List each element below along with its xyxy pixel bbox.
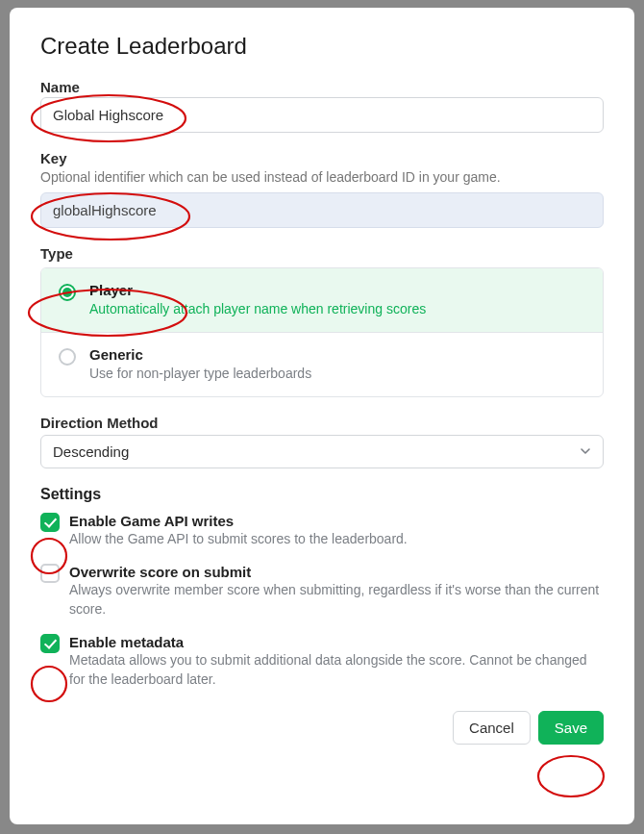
chevron-down-icon xyxy=(580,445,591,457)
radio-body: Player Automatically attach player name … xyxy=(89,282,585,318)
key-field-block: Key Optional identifier which can be use… xyxy=(40,150,604,228)
setting-overwrite-on-submit: Overwrite score on submit Always overwri… xyxy=(40,564,604,619)
name-input[interactable] xyxy=(40,97,604,133)
checkbox-title: Enable Game API writes xyxy=(69,513,604,529)
checkbox[interactable] xyxy=(40,634,60,653)
modal-title: Create Leaderboard xyxy=(40,33,604,60)
radio-body: Generic Use for non-player type leaderbo… xyxy=(89,346,585,383)
modal-footer: Cancel Save xyxy=(40,711,604,745)
key-input[interactable] xyxy=(40,192,604,228)
key-hint: Optional identifier which can be used in… xyxy=(40,168,604,187)
checkbox-desc: Allow the Game API to submit scores to t… xyxy=(69,530,604,549)
direction-value: Descending xyxy=(53,443,129,460)
checkbox-body: Enable Game API writes Allow the Game AP… xyxy=(69,513,604,549)
settings-label: Settings xyxy=(40,486,604,503)
checkbox-desc: Metadata allows you to submit additional… xyxy=(69,651,604,689)
save-button[interactable]: Save xyxy=(538,711,604,745)
checkbox-body: Overwrite score on submit Always overwri… xyxy=(69,564,604,619)
annotation-circle-icon xyxy=(535,753,607,799)
type-radio-group: Player Automatically attach player name … xyxy=(40,267,604,397)
settings-block: Settings Enable Game API writes Allow th… xyxy=(40,486,604,690)
checkbox-body: Enable metadata Metadata allows you to s… xyxy=(69,634,604,689)
checkbox-title: Overwrite score on submit xyxy=(69,564,604,580)
radio-icon xyxy=(59,284,76,301)
key-label: Key xyxy=(40,150,604,166)
radio-title: Generic xyxy=(89,346,585,363)
name-field-block: Name xyxy=(40,79,604,133)
checkbox-title: Enable metadata xyxy=(69,634,604,650)
svg-point-5 xyxy=(538,756,604,796)
direction-field-block: Direction Method Descending xyxy=(40,415,604,468)
setting-enable-api-writes: Enable Game API writes Allow the Game AP… xyxy=(40,513,604,549)
type-option-generic[interactable]: Generic Use for non-player type leaderbo… xyxy=(41,332,603,396)
type-field-block: Type Player Automatically attach player … xyxy=(40,245,604,397)
cancel-button[interactable]: Cancel xyxy=(453,711,531,745)
create-leaderboard-modal: Create Leaderboard Name Key Optional ide… xyxy=(10,8,634,824)
type-option-player[interactable]: Player Automatically attach player name … xyxy=(41,268,603,332)
radio-icon xyxy=(59,348,76,366)
direction-select[interactable]: Descending xyxy=(40,435,604,468)
radio-title: Player xyxy=(89,282,585,298)
checkbox[interactable] xyxy=(40,564,60,583)
checkbox-desc: Always overwrite member score when submi… xyxy=(69,581,604,619)
radio-desc: Automatically attach player name when re… xyxy=(89,300,585,318)
radio-desc: Use for non-player type leaderboards xyxy=(89,365,585,383)
name-label: Name xyxy=(40,79,604,95)
type-label: Type xyxy=(40,245,604,262)
setting-enable-metadata: Enable metadata Metadata allows you to s… xyxy=(40,634,604,689)
checkbox[interactable] xyxy=(40,513,60,532)
direction-label: Direction Method xyxy=(40,415,604,431)
